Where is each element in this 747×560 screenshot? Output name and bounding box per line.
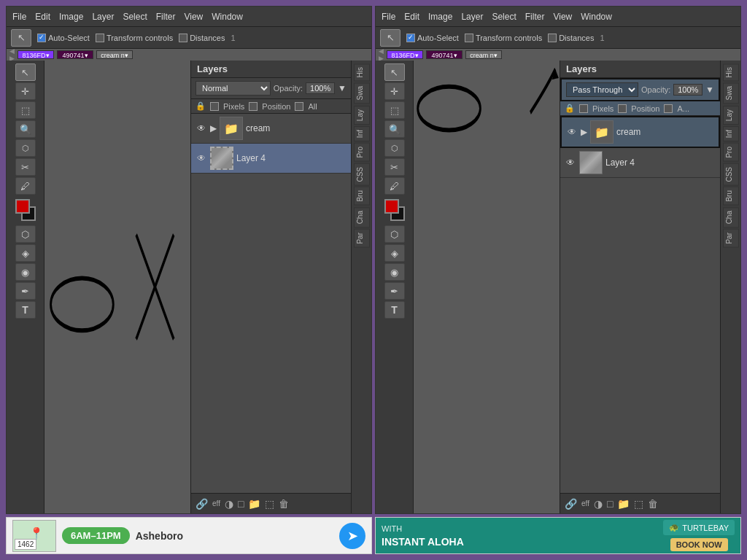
select-tool-icon[interactable]: ↖ bbox=[15, 63, 36, 81]
foreground-color-swatch-r[interactable] bbox=[384, 199, 399, 214]
delete-icon[interactable]: 🗑 bbox=[279, 498, 289, 510]
swatches-tab-r[interactable]: Swa bbox=[723, 82, 739, 104]
blur-icon[interactable]: ◉ bbox=[15, 263, 36, 281]
menu-edit-r[interactable]: Edit bbox=[404, 12, 419, 22]
menu-layer[interactable]: Layer bbox=[92, 12, 114, 22]
brush-tab[interactable]: Bru bbox=[354, 187, 370, 206]
menu-select-r[interactable]: Select bbox=[492, 12, 516, 22]
menu-filter-r[interactable]: Filter bbox=[525, 12, 545, 22]
horizontal-type-icon[interactable]: T bbox=[15, 301, 36, 319]
menu-view-r[interactable]: View bbox=[553, 12, 572, 22]
move-icon[interactable]: ✛ bbox=[15, 82, 36, 100]
swatches-tab[interactable]: Swa bbox=[354, 82, 370, 104]
color-swatch-3[interactable]: cream n▾ bbox=[96, 50, 133, 59]
delete-icon-r[interactable]: 🗑 bbox=[648, 498, 658, 510]
marquee-icon[interactable]: ⬚ bbox=[15, 101, 36, 119]
paint-bucket-icon[interactable]: ◈ bbox=[15, 244, 36, 262]
crop-icon-r[interactable]: ✂ bbox=[384, 158, 405, 176]
color-swatch-2-r[interactable]: 490741▾ bbox=[426, 50, 462, 59]
blend-mode-select-right[interactable]: Pass Through Normal Multiply Screen bbox=[566, 82, 638, 97]
move-tool-icon[interactable]: ↖ bbox=[11, 29, 31, 47]
color-swatch-2[interactable]: 490741▾ bbox=[57, 50, 93, 59]
cream-expand-icon[interactable]: ▶ bbox=[210, 123, 217, 133]
pen-icon[interactable]: ✒ bbox=[15, 282, 36, 300]
crop-icon[interactable]: ✂ bbox=[15, 158, 36, 176]
color-swatch-1[interactable]: 8136FD▾ bbox=[18, 50, 54, 59]
collapse-arrows-r[interactable]: ◀▶ bbox=[379, 47, 384, 62]
ad-time-pill[interactable]: 6AM–11PM bbox=[62, 527, 130, 544]
foreground-color-swatch[interactable] bbox=[15, 199, 30, 214]
new-layer-icon[interactable]: ⬚ bbox=[265, 498, 274, 510]
layer-cream-row[interactable]: 👁 ▶ 📁 cream bbox=[191, 114, 351, 144]
menu-window-r[interactable]: Window bbox=[581, 12, 612, 22]
select-tool-icon-r[interactable]: ↖ bbox=[384, 63, 405, 81]
paragraph-tab-r[interactable]: Par bbox=[723, 229, 739, 248]
adjustments-icon-r[interactable]: ◑ bbox=[594, 498, 603, 510]
link-icon-r[interactable]: 🔗 bbox=[565, 498, 577, 510]
new-layer-icon-r[interactable]: ⬚ bbox=[634, 498, 643, 510]
menu-view[interactable]: View bbox=[184, 12, 203, 22]
effects-icon-r[interactable]: eff bbox=[581, 499, 589, 508]
history-tab-r[interactable]: His bbox=[723, 63, 739, 81]
eraser-icon[interactable]: ⬡ bbox=[15, 225, 36, 243]
collapse-arrows[interactable]: ◀▶ bbox=[9, 47, 15, 62]
menu-window[interactable]: Window bbox=[212, 12, 243, 22]
layers-tab-r[interactable]: Lay bbox=[723, 106, 739, 125]
layer4-row[interactable]: 👁 Layer 4 bbox=[191, 144, 351, 174]
lock-position-checkbox[interactable] bbox=[249, 102, 258, 111]
menu-image[interactable]: Image bbox=[59, 12, 83, 22]
layer4-row-r[interactable]: 👁 Layer 4 bbox=[560, 148, 720, 178]
magic-wand-icon[interactable]: ⬡ bbox=[15, 139, 36, 157]
mask-icon-r[interactable]: □ bbox=[607, 498, 613, 510]
layer-cream-row-r[interactable]: 👁 ▶ 📁 cream bbox=[560, 116, 720, 148]
folder-icon[interactable]: 📁 bbox=[248, 498, 260, 510]
effects-icon[interactable]: eff bbox=[212, 499, 220, 508]
folder-icon-r[interactable]: 📁 bbox=[617, 498, 630, 510]
cream-expand-icon-r[interactable]: ▶ bbox=[581, 127, 587, 137]
info-tab-r[interactable]: Inf bbox=[723, 126, 739, 141]
paint-bucket-icon-r[interactable]: ◈ bbox=[384, 244, 405, 262]
opacity-arrow-right[interactable]: ▼ bbox=[705, 85, 714, 95]
css-tab-r[interactable]: CSS bbox=[723, 163, 739, 186]
brush-tab-r[interactable]: Bru bbox=[723, 187, 739, 206]
cream-visibility-icon-r[interactable]: 👁 bbox=[566, 126, 578, 138]
blend-mode-select-left[interactable]: Normal Pass Through Multiply Screen bbox=[196, 81, 271, 96]
channels-tab-r[interactable]: Cha bbox=[723, 207, 739, 228]
lasso-icon-r[interactable]: 🔍 bbox=[384, 120, 405, 138]
properties-tab[interactable]: Pro bbox=[354, 143, 370, 162]
history-tab[interactable]: His bbox=[354, 63, 370, 81]
lasso-icon[interactable]: 🔍 bbox=[15, 120, 36, 138]
opacity-arrow-left[interactable]: ▼ bbox=[338, 83, 347, 93]
magic-wand-icon-r[interactable]: ⬡ bbox=[384, 139, 405, 157]
move-icon-r[interactable]: ✛ bbox=[384, 82, 405, 100]
channels-tab[interactable]: Cha bbox=[354, 207, 370, 228]
layer4-visibility-icon[interactable]: 👁 bbox=[196, 152, 207, 164]
book-now-button[interactable]: BOOK NOW bbox=[670, 538, 728, 551]
opacity-value-left[interactable]: 100% bbox=[306, 82, 335, 94]
menu-filter[interactable]: Filter bbox=[156, 12, 176, 22]
menu-edit[interactable]: Edit bbox=[35, 12, 50, 22]
distances-checkbox[interactable] bbox=[179, 34, 187, 42]
menu-layer-r[interactable]: Layer bbox=[461, 12, 483, 22]
ad-panel-left[interactable]: 1462 📍 6AM–11PM Asheboro ➤ bbox=[6, 517, 372, 554]
properties-tab-r[interactable]: Pro bbox=[723, 143, 739, 162]
distances-checkbox-r[interactable] bbox=[548, 34, 557, 42]
adjustments-icon[interactable]: ◑ bbox=[225, 498, 233, 510]
move-tool-icon-r[interactable]: ↖ bbox=[380, 29, 400, 47]
ad-navigate-icon[interactable]: ➤ bbox=[339, 523, 365, 549]
eyedropper-icon-r[interactable]: 🖊 bbox=[384, 177, 405, 195]
menu-image-r[interactable]: Image bbox=[428, 12, 452, 22]
transform-controls-checkbox[interactable] bbox=[96, 34, 104, 42]
eyedropper-icon[interactable]: 🖊 bbox=[15, 177, 36, 195]
horizontal-type-icon-r[interactable]: T bbox=[384, 301, 405, 319]
mask-icon[interactable]: □ bbox=[238, 498, 244, 510]
pen-icon-r[interactable]: ✒ bbox=[384, 282, 405, 300]
eraser-icon-r[interactable]: ⬡ bbox=[384, 225, 405, 243]
cream-visibility-icon[interactable]: 👁 bbox=[196, 122, 207, 134]
ad-panel-right[interactable]: WITH INSTANT ALOHA 🐢 TURTLEBAY BOOK NOW bbox=[375, 517, 741, 554]
color-swatch-1-r[interactable]: 8136FD▾ bbox=[387, 50, 423, 59]
menu-file-r[interactable]: File bbox=[382, 12, 395, 22]
css-tab[interactable]: CSS bbox=[354, 163, 370, 186]
transform-controls-checkbox-r[interactable] bbox=[465, 34, 473, 42]
blur-icon-r[interactable]: ◉ bbox=[384, 263, 405, 281]
